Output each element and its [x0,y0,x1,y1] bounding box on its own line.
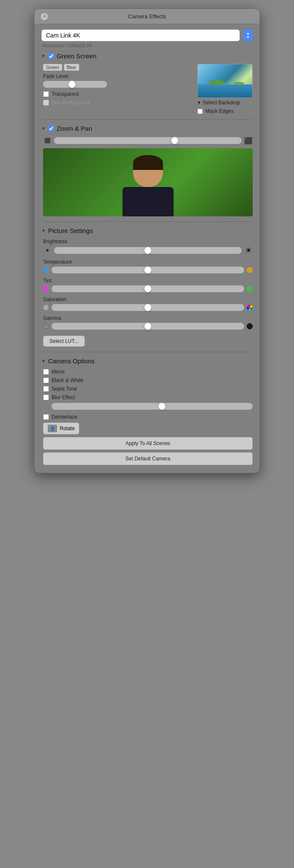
gamma-slider[interactable] [52,323,244,330]
saturation-label: Saturation [43,296,253,302]
divider-2 [41,221,253,222]
arrow-up-icon: ▲ [246,32,250,35]
zoom-slider-row: ⬛ ⬛ [43,136,253,145]
set-default-camera-button[interactable]: Set Default Camera [43,452,253,465]
camera-preview [43,148,253,216]
sun-large-icon: ☀ [244,246,253,255]
zoom-pan-section-header[interactable]: ▼ Zoom & Pan [41,125,253,132]
temperature-label: Temperature [43,259,253,265]
camera-options-header[interactable]: ▼ Camera Options [41,357,253,365]
blue-tag[interactable]: Blue [64,64,79,71]
picture-settings-section: ▼ Picture Settings Brightness ☀ ☀ Temper… [41,227,253,347]
blur-effect-checkbox[interactable] [43,394,49,400]
camera-options-section: ▼ Camera Options Mirror Black & White Se… [41,357,253,465]
backdrop-island [209,80,225,85]
person-figure [85,155,210,216]
picture-settings-title: Picture Settings [48,227,93,234]
person-body [122,187,173,216]
picture-settings-content: Brightness ☀ ☀ Temperature Tint [41,239,253,347]
color-tags-row: Green Blue [43,64,192,71]
saturation-slider[interactable] [52,304,244,311]
tint-slider[interactable] [52,285,244,292]
black-white-label: Black & White [52,377,84,383]
blur-amount-slider-row [52,403,253,410]
tint-slider-row [43,285,253,292]
rotate-icon: 👤 [48,425,57,432]
close-icon: ✕ [43,14,46,19]
mask-edges-row: Mask Edges [197,108,253,114]
blur-effect-label: Blur Effect [52,394,75,400]
blur-amount-slider[interactable] [52,403,253,410]
apply-all-label: Apply To All Scenes [125,440,170,446]
green-screen-checkbox[interactable] [48,53,54,59]
person-head [133,155,163,187]
mirror-label: Mirror [52,369,65,375]
blur-background-checkbox[interactable] [43,100,49,106]
close-button[interactable]: ✕ [40,13,48,20]
temperature-slider[interactable] [52,267,244,273]
green-screen-chevron-icon: ▼ [41,54,46,58]
fade-level-slider[interactable] [43,81,107,88]
select-backdrop-chevron-icon: ▼ [197,101,201,105]
blur-bg-row: Blur Background [43,100,192,106]
brightness-slider[interactable] [54,247,242,254]
camera-options-content: Mirror Black & White Sepia Tone Blur Eff… [41,369,253,465]
person-hair [133,155,163,170]
select-lut-button[interactable]: Select LUT... [43,336,85,347]
mirror-checkbox[interactable] [43,369,49,375]
camera-options-title: Camera Options [48,357,95,365]
sepia-tone-checkbox[interactable] [43,386,49,392]
sepia-tone-label: Sepia Tone [52,386,77,392]
backdrop-sea [198,84,252,98]
mask-edges-label: Mask Edges [205,108,233,114]
blur-effect-row: Blur Effect [43,394,253,400]
black-white-checkbox[interactable] [43,377,49,383]
gamma-low-icon [43,323,49,329]
backdrop-island2 [233,82,244,85]
temperature-cool-icon [43,267,49,273]
picture-settings-header[interactable]: ▼ Picture Settings [41,227,253,234]
tint-pink-icon [43,286,49,292]
brightness-slider-row: ☀ ☀ [43,246,253,255]
main-content: Cam Link 4K ▲ ▼ Resolution: 1080p59.94 ▼… [35,24,259,473]
saturation-grey-icon [43,305,49,310]
green-screen-section-header[interactable]: ▼ Green Screen [41,52,253,60]
brightness-label: Brightness [43,239,253,244]
zoom-pan-title: Zoom & Pan [57,125,92,132]
sepia-tone-row: Sepia Tone [43,386,253,392]
camera-effects-window: ✕ Camera Effects Cam Link 4K ▲ ▼ Resolut… [34,9,260,473]
transparent-checkbox[interactable] [43,91,49,97]
tint-green-icon [247,286,253,292]
green-screen-right: ▼ Select Backdrop Mask Edges [197,64,253,114]
select-backdrop-row[interactable]: ▼ Select Backdrop [197,100,253,106]
resolution-text: Resolution: 1080p59.94 [41,43,253,48]
select-arrows-button[interactable]: ▲ ▼ [243,29,253,41]
gamma-slider-row [43,323,253,330]
mirror-row: Mirror [43,369,253,375]
arrow-down-icon: ▼ [246,36,250,39]
camera-select-row: Cam Link 4K ▲ ▼ [41,29,253,41]
fade-level-label: Fade Level [43,73,192,79]
sun-small-icon: ☀ [43,246,52,255]
divider-1 [41,119,253,120]
green-screen-main-row: Green Blue Fade Level Transparent Blur B… [43,64,253,114]
select-backdrop-label: Select Backdrop [203,100,240,106]
zoom-pan-checkbox[interactable] [48,126,54,132]
deinterlace-checkbox[interactable] [43,414,49,420]
rotate-button[interactable]: 👤 Rotate [43,423,79,434]
green-screen-title: Green Screen [57,52,96,60]
camera-dropdown[interactable]: Cam Link 4K [41,29,240,41]
tint-label: Tint [43,278,253,284]
green-tag[interactable]: Green [43,64,62,71]
saturation-color-icon [247,305,253,310]
deinterlace-row: Deinterlace [43,414,253,420]
apply-all-scenes-button[interactable]: Apply To All Scenes [43,437,253,450]
gamma-high-icon [247,323,253,329]
green-screen-content: Green Blue Fade Level Transparent Blur B… [41,64,253,114]
black-white-row: Black & White [43,377,253,383]
set-default-label: Set Default Camera [125,456,170,462]
zoom-slider[interactable] [54,137,242,144]
mask-edges-checkbox[interactable] [197,109,203,114]
saturation-slider-row [43,304,253,311]
camera-options-chevron-icon: ▼ [41,359,46,363]
